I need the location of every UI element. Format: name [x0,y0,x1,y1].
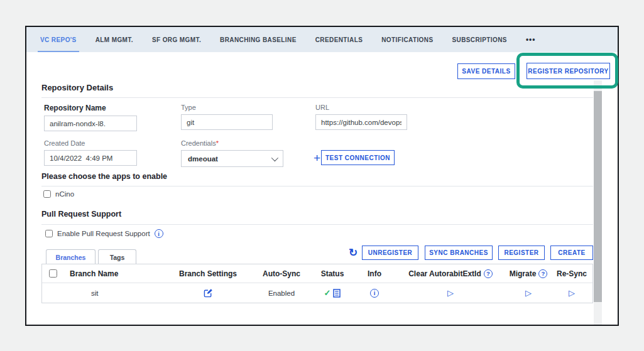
tab-vc-repos[interactable]: VC REPO'S [40,27,77,52]
status-cell: ✓ [310,289,355,298]
created-date-field: Created Date [44,139,170,166]
divider [41,97,593,98]
credentials-select[interactable]: dmeouat [181,150,283,167]
add-credentials-icon[interactable]: + [314,152,320,164]
tab-alm-mgmt[interactable]: ALM MGMT. [96,27,133,52]
tab-notifications[interactable]: NOTIFICATIONS [381,27,433,52]
scrollbar-thumb[interactable] [594,91,602,302]
select-all-checkbox[interactable] [49,269,57,278]
pull-request-heading: Pull Request Support [41,210,121,219]
tab-overflow-menu-icon[interactable]: ••• [526,27,536,52]
created-date-input[interactable] [44,150,137,166]
table-row: sit Enabled ✓ [42,283,592,303]
vertical-scrollbar[interactable] [594,80,602,325]
url-input[interactable] [315,114,407,130]
unregister-button[interactable]: UNREGISTER [362,246,418,260]
repository-details-heading: Repository Details [41,83,113,92]
col-migrate: Migrate ? [507,269,550,278]
enable-pr-label: Enable Pull Request Support [57,230,150,237]
required-asterisk: * [216,139,219,147]
clear-extid-help-icon[interactable]: ? [484,269,493,278]
repository-name-label: Repository Name [44,104,170,112]
clear-extid-cell: ▷ [394,289,507,297]
tab-credentials[interactable]: CREDENTIALS [315,27,363,52]
col-branch-name: Branch Name [63,269,163,278]
register-button[interactable]: REGISTER [498,246,545,260]
col-re-sync: Re-Sync [550,269,594,278]
ncino-label: nCino [55,190,74,198]
type-field: Type [181,104,307,130]
divider [41,224,593,225]
tab-subscriptions[interactable]: SUBSCRIPTIONS [452,27,506,52]
col-auto-sync: Auto-Sync [253,269,310,278]
auto-sync-cell: Enabled [253,289,310,297]
repository-name-field: Repository Name [44,104,170,131]
tags-tab[interactable]: Tags [98,249,136,264]
test-connection-button[interactable]: TEST CONNECTION [321,150,395,165]
credentials-selected-value: dmeouat [188,155,218,163]
row-info-icon[interactable]: i [370,289,379,298]
re-sync-run-icon[interactable]: ▷ [569,289,575,297]
enable-pr-checkbox-row: Enable Pull Request Support i [45,229,163,238]
ncino-checkbox-row: nCino [43,190,74,198]
branch-settings-cell [163,288,253,298]
url-label: URL [315,104,441,111]
branches-table: Branch Name Branch Settings Auto-Sync St… [41,264,593,303]
tab-sf-org-mgmt[interactable]: SF ORG MGMT. [152,27,201,52]
migrate-run-icon[interactable]: ▷ [525,289,532,297]
migrate-cell: ▷ [507,289,550,297]
col-status: Status [310,269,355,278]
branches-tab[interactable]: Branches [46,249,96,264]
migrate-help-icon[interactable]: ? [538,269,547,278]
type-input[interactable] [181,114,273,130]
status-check-icon: ✓ [324,289,331,297]
create-button[interactable]: CREATE [550,246,593,260]
top-tab-bar: VC REPO'S ALM MGMT. SF ORG MGMT. BRANCHI… [26,27,618,52]
clear-extid-run-icon[interactable]: ▷ [447,289,454,297]
col-branch-settings: Branch Settings [163,269,253,278]
pr-info-icon[interactable]: i [155,229,163,238]
tab-branching-baseline[interactable]: BRANCHING BASELINE [220,27,297,52]
divider [41,186,593,186]
register-repository-button[interactable]: REGISTER REPOSITORY [527,63,610,79]
save-details-button[interactable]: SAVE DETAILS [457,63,515,79]
col-info: Info [355,269,394,278]
credentials-label: Credentials* [181,139,307,147]
chevron-down-icon [271,154,278,161]
ncino-checkbox[interactable] [43,190,51,198]
re-sync-cell: ▷ [550,289,594,297]
info-cell: i [355,289,394,298]
col-clear-autorabitextid: Clear AutorabitExtId ? [394,269,507,278]
refresh-icon[interactable]: ↻ [349,247,357,258]
apps-heading: Please choose the apps to enable [41,172,167,181]
vc-repo-panel: VC REPO'S ALM MGMT. SF ORG MGMT. BRANCHI… [25,26,619,326]
status-log-icon[interactable] [333,289,341,298]
credentials-field: Credentials* dmeouat [181,139,307,167]
enable-pr-checkbox[interactable] [45,230,53,237]
branch-name-cell: sit [63,289,163,297]
created-date-label: Created Date [44,139,170,147]
type-label: Type [181,104,307,111]
table-header-row: Branch Name Branch Settings Auto-Sync St… [42,264,592,283]
url-field: URL [315,104,441,130]
edit-icon[interactable] [204,288,213,298]
repository-name-input[interactable] [44,116,137,131]
sync-branches-button[interactable]: SYNC BRANCHES [425,246,493,260]
